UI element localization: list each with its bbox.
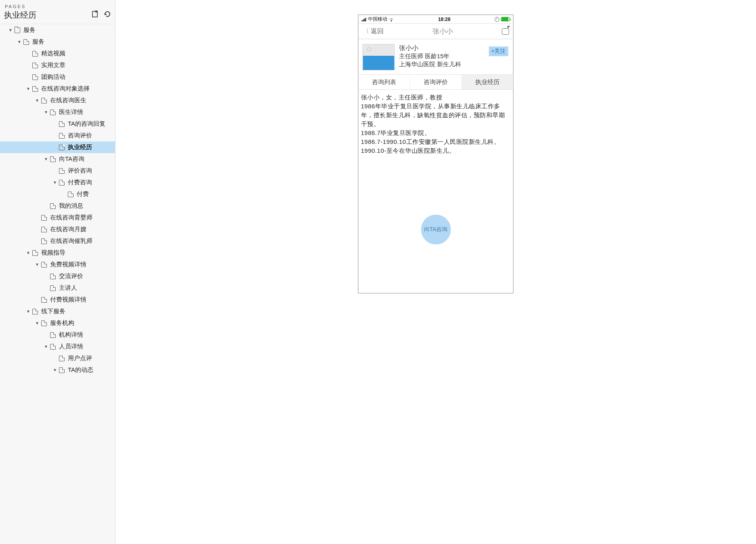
tree-item-label: 在线咨询对象选择 xyxy=(41,85,90,93)
page-icon xyxy=(50,344,56,350)
page-icon xyxy=(50,110,56,115)
expander-icon[interactable]: ▼ xyxy=(26,309,31,314)
tree-item[interactable]: ▼免费视频详情 xyxy=(0,259,115,270)
tree-item[interactable]: ▼线下服务 xyxy=(0,306,115,317)
page-icon xyxy=(32,250,38,256)
tree-item-label: 服务 xyxy=(32,38,44,46)
tree-item-label: 我的消息 xyxy=(59,202,83,210)
expander-icon[interactable]: ▼ xyxy=(52,180,57,185)
page-icon xyxy=(32,309,38,314)
doctor-name: 张小小 xyxy=(399,44,461,52)
tree-item-label: 在线咨询育婴师 xyxy=(50,214,92,221)
doctor-hospital: 上海华山医院 新生儿科 xyxy=(399,60,461,68)
tree-item[interactable]: ▼服务 xyxy=(0,24,115,36)
tree-item[interactable]: ▼医生详情 xyxy=(0,106,115,118)
design-canvas[interactable]: 中国移动 18:28 〈 返回 张小小 张小小 主任医 xyxy=(116,0,756,544)
tree-item[interactable]: 实用文章 xyxy=(0,59,115,71)
page-icon xyxy=(41,262,47,268)
expander-icon[interactable]: ▼ xyxy=(44,110,48,114)
content-line: 1986.7毕业复旦医学院。 xyxy=(361,129,511,137)
tree-item[interactable]: 咨询评价 xyxy=(0,130,115,141)
status-time: 18:28 xyxy=(438,17,451,22)
content-line: 1990.10-至今在华山医院新生儿。 xyxy=(361,146,511,155)
expander-icon[interactable]: ▼ xyxy=(26,251,31,255)
battery-icon xyxy=(501,17,510,21)
expander-icon[interactable]: ▼ xyxy=(35,262,40,267)
tree-item[interactable]: ▼服务 xyxy=(0,36,115,48)
back-button[interactable]: 〈 返回 xyxy=(363,27,384,36)
share-icon[interactable] xyxy=(502,28,509,35)
tree-item[interactable]: 在线咨询月嫂 xyxy=(0,224,115,235)
expander-icon[interactable]: ▼ xyxy=(44,157,48,161)
tree-item-label: 向TA咨询 xyxy=(59,155,84,163)
tree-item[interactable]: ▼人员详情 xyxy=(0,341,115,352)
tree-item[interactable]: 我的消息 xyxy=(0,200,115,212)
tab[interactable]: 咨询列表 xyxy=(359,75,410,89)
tree-item[interactable]: ▼在线咨询医生 xyxy=(0,95,115,106)
pages-sidebar: PAGES 执业经历 ▼服务▼服务精选视频实用文章团购活动▼在线咨询对象选择▼在… xyxy=(0,0,116,544)
export-icon[interactable] xyxy=(92,11,99,20)
page-icon xyxy=(50,274,56,279)
tab-row: 咨询列表咨询评价执业经历 xyxy=(359,75,513,90)
page-icon xyxy=(59,367,65,373)
carrier-label: 中国移动 xyxy=(368,16,387,23)
tree-item[interactable]: 交流评价 xyxy=(0,270,115,282)
tree-item[interactable]: 在线咨询催乳师 xyxy=(0,235,115,247)
tree-item[interactable]: 团购活动 xyxy=(0,71,115,83)
page-icon xyxy=(59,356,65,361)
tree-item[interactable]: 机构详情 xyxy=(0,329,115,341)
svg-rect-0 xyxy=(92,11,97,17)
expander-icon[interactable]: ▼ xyxy=(52,368,57,372)
follow-button[interactable]: +关注 xyxy=(489,46,508,56)
expander-icon[interactable]: ▼ xyxy=(8,28,13,32)
page-tree[interactable]: ▼服务▼服务精选视频实用文章团购活动▼在线咨询对象选择▼在线咨询医生▼医生详情T… xyxy=(0,24,115,544)
tree-item[interactable]: 主讲人 xyxy=(0,282,115,294)
tree-item[interactable]: TA的咨询回复 xyxy=(0,118,115,130)
tree-item[interactable]: ▼服务机构 xyxy=(0,317,115,329)
status-bar: 中国移动 18:28 xyxy=(359,15,513,24)
nav-title: 张小小 xyxy=(433,27,453,36)
folder-icon xyxy=(15,27,20,33)
page-icon xyxy=(41,297,47,303)
page-icon xyxy=(41,98,47,103)
page-icon xyxy=(32,86,38,92)
content-body: 张小小，女，主任医师，教授1986年毕业于复旦医学院，从事新生儿临床工作多年，擅… xyxy=(359,90,513,158)
tree-item-label: 团购活动 xyxy=(41,73,65,81)
expander-icon[interactable]: ▼ xyxy=(35,321,40,325)
tree-item-label: 线下服务 xyxy=(41,308,65,315)
page-icon xyxy=(41,227,47,232)
consult-fab[interactable]: 向TA咨询 xyxy=(421,215,451,245)
tree-item[interactable]: 付费视频详情 xyxy=(0,294,115,306)
expander-icon[interactable]: ▼ xyxy=(44,344,48,349)
expander-icon[interactable]: ▼ xyxy=(35,98,40,103)
content-line: 张小小，女，主任医师，教授 xyxy=(361,93,511,102)
tree-item[interactable]: ▼视频指导 xyxy=(0,247,115,259)
page-icon xyxy=(41,238,47,244)
signal-icon xyxy=(362,17,366,21)
tab[interactable]: 咨询评价 xyxy=(410,75,462,89)
page-icon xyxy=(59,145,65,150)
device-frame: 中国移动 18:28 〈 返回 张小小 张小小 主任医 xyxy=(358,15,514,293)
tree-item[interactable]: ▼在线咨询对象选择 xyxy=(0,83,115,95)
tree-item-label: 服务 xyxy=(23,26,36,34)
tree-item[interactable]: 评价咨询 xyxy=(0,165,115,177)
tree-item[interactable]: ▼向TA咨询 xyxy=(0,153,115,165)
refresh-icon[interactable] xyxy=(104,11,111,20)
page-icon xyxy=(59,133,65,139)
page-icon xyxy=(50,285,56,291)
tree-item[interactable]: ▼付费咨询 xyxy=(0,177,115,188)
tree-item[interactable]: 精选视频 xyxy=(0,48,115,59)
tree-item-label: 付费 xyxy=(77,190,89,198)
tree-item[interactable]: 付费 xyxy=(0,188,115,200)
tree-item-label: 交流评价 xyxy=(59,272,83,280)
page-icon xyxy=(50,332,56,338)
tab[interactable]: 执业经历 xyxy=(462,75,513,89)
expander-icon[interactable]: ▼ xyxy=(26,86,31,91)
expander-icon[interactable]: ▼ xyxy=(17,40,22,44)
tree-item[interactable]: 用户点评 xyxy=(0,352,115,364)
page-icon xyxy=(50,203,56,209)
tree-item[interactable]: 在线咨询育婴师 xyxy=(0,212,115,224)
tree-item[interactable]: 执业经历 xyxy=(0,141,115,153)
tree-item[interactable]: ▼TA的动态 xyxy=(0,364,115,376)
tree-item-label: 在线咨询医生 xyxy=(50,97,86,104)
